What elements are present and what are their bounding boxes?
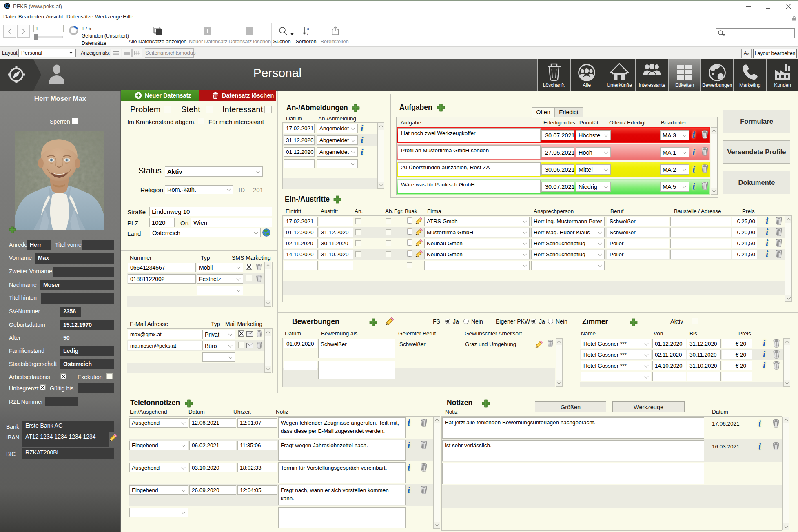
svg-text:z: z [307, 31, 309, 36]
svg-text:a: a [307, 27, 309, 31]
